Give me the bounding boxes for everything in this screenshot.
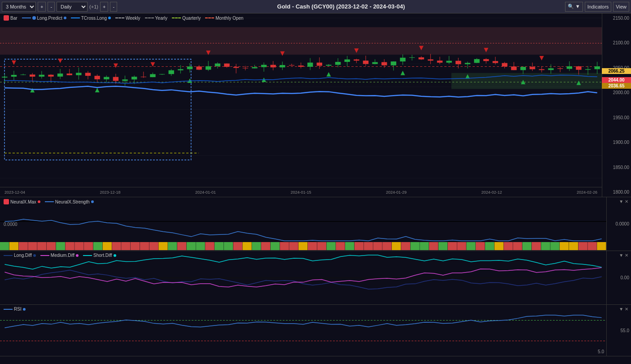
x-label-5: 2024-01-29	[386, 190, 407, 195]
legend-tcross-label: TCross.Long	[81, 16, 107, 21]
diff-canvas[interactable]	[0, 251, 606, 305]
legend-tcross: TCross.Long	[71, 16, 111, 21]
legend-neuralx-strength: NeuralX.Strength	[45, 199, 94, 204]
legend-weekly: Weekly	[115, 16, 140, 21]
price-badge-2044: 2044.00	[602, 77, 631, 83]
legend-long-predict: Long.Predict	[22, 16, 66, 21]
search-btn[interactable]: 🔍 ▼	[565, 2, 583, 12]
medium-diff-label: Medium.Diff	[51, 253, 74, 258]
back-btn[interactable]: -	[110, 2, 117, 12]
y-label-1950: 1950.00	[604, 115, 629, 120]
rsi-label: RSI	[14, 307, 22, 312]
timeframe-select[interactable]: 3 Months 1 Month 6 Months 1 Year	[2, 2, 36, 12]
toolbar-right: 🔍 ▼ Indicators View	[565, 2, 629, 12]
price-badge-2036: 2036.65	[602, 83, 631, 89]
x-label-7: 2024-02-26	[577, 190, 597, 195]
legend-monthly: Monthly Open	[205, 16, 243, 21]
neuralx-y-axis: 0.0000	[606, 197, 631, 251]
legend-short-diff: Short.Diff	[83, 253, 116, 258]
main-y-axis: 2150.00 2100.00 2050.00 2000.00 1950.00 …	[602, 13, 631, 197]
plus1-label: (+1)	[89, 4, 98, 9]
rsi-close-btn[interactable]: ▼ ✕	[619, 307, 628, 312]
chart-title: Gold - Cash (GCY00) (2023-12-02 - 2024-0…	[119, 3, 563, 10]
price-badge-2066: 2066.25	[602, 68, 631, 74]
neuralx-strength-label: NeuralX.Strength	[55, 199, 90, 204]
rsi-y-axis: 55.0	[606, 305, 631, 356]
neuralx-canvas[interactable]	[0, 197, 606, 251]
legend-long-diff: Long.Diff	[4, 253, 36, 258]
rsi-y-label: 55.0	[621, 328, 629, 333]
y-label-2150: 2150.00	[604, 16, 629, 21]
rsi-chart: RSI ▼ ✕ 55.0 5.0	[0, 305, 631, 356]
neuralx-legend: NeuralX.Max NeuralX.Strength	[4, 199, 94, 204]
neuralx-y-label: 0.0000	[615, 221, 629, 226]
diff-y-axis: 0.00	[606, 251, 631, 304]
legend-yearly-label: Yearly	[155, 16, 167, 21]
legend-monthly-label: Monthly Open	[215, 16, 243, 21]
long-diff-label: Long.Diff	[14, 253, 32, 258]
y-label-1900: 1900.00	[604, 140, 629, 145]
rsi-canvas[interactable]	[0, 305, 606, 356]
y-label-2100: 2100.00	[604, 40, 629, 45]
legend-yearly: Yearly	[145, 16, 167, 21]
rsi-bottom-label: 5.0	[598, 349, 604, 354]
x-label-3: 2024-01-01	[195, 190, 216, 195]
legend-quarterly-label: Quarterly	[182, 16, 201, 21]
legend-long-predict-label: Long.Predict	[37, 16, 62, 21]
x-label-2: 2023-12-18	[100, 190, 120, 195]
short-diff-label: Short.Diff	[93, 253, 112, 258]
y-label-1800: 1800.00	[604, 190, 629, 195]
y-label-2000: 2000.00	[604, 90, 629, 95]
x-label-1: 2023-12-04	[4, 190, 25, 195]
y-label-1850: 1850.00	[604, 165, 629, 170]
neuralx-zero-label: 0.0000	[4, 221, 18, 226]
legend-bar: Bar	[4, 15, 18, 21]
charts-container: Bar Long.Predict TCross.Long Weekly Year…	[0, 13, 631, 364]
main-chart-legend: Bar Long.Predict TCross.Long Weekly Year…	[4, 15, 243, 21]
neuralx-max-label: NeuralX.Max	[10, 199, 36, 204]
view-btn[interactable]: View	[613, 2, 629, 12]
main-x-axis: 2023-12-04 2023-12-18 2024-01-01 2024-01…	[0, 187, 602, 197]
x-label-4: 2024-01-15	[290, 190, 311, 195]
main-canvas[interactable]	[0, 13, 602, 187]
diff-close-btn[interactable]: ▼ ✕	[619, 253, 628, 258]
indicators-btn[interactable]: Indicators	[585, 2, 612, 12]
diff-legend: Long.Diff Medium.Diff Short.Diff	[4, 253, 116, 258]
rsi-legend: RSI	[4, 307, 26, 312]
forward-btn[interactable]: +	[100, 2, 108, 12]
toolbar: 3 Months 1 Month 6 Months 1 Year + - Dai…	[0, 0, 631, 13]
legend-quarterly: Quarterly	[172, 16, 201, 21]
x-label-6: 2024-02-12	[481, 190, 502, 195]
diff-chart: Long.Diff Medium.Diff Short.Diff ▼ ✕ 0.0…	[0, 251, 631, 305]
neuralx-close-btn[interactable]: ▼ ✕	[619, 199, 628, 204]
neuralx-chart: NeuralX.Max NeuralX.Strength ▼ ✕ 0.0000 …	[0, 197, 631, 251]
legend-rsi: RSI	[4, 307, 26, 312]
main-chart: Bar Long.Predict TCross.Long Weekly Year…	[0, 13, 631, 197]
legend-weekly-label: Weekly	[126, 16, 140, 21]
timeframe-add-btn[interactable]: +	[38, 2, 46, 12]
legend-bar-label: Bar	[10, 16, 18, 21]
interval-select[interactable]: Daily Weekly Monthly	[57, 2, 88, 12]
legend-medium-diff: Medium.Diff	[40, 253, 79, 258]
diff-y-label: 0.00	[621, 275, 629, 280]
timeframe-sub-btn[interactable]: -	[48, 2, 55, 12]
legend-neuralx-max: NeuralX.Max	[4, 199, 40, 204]
